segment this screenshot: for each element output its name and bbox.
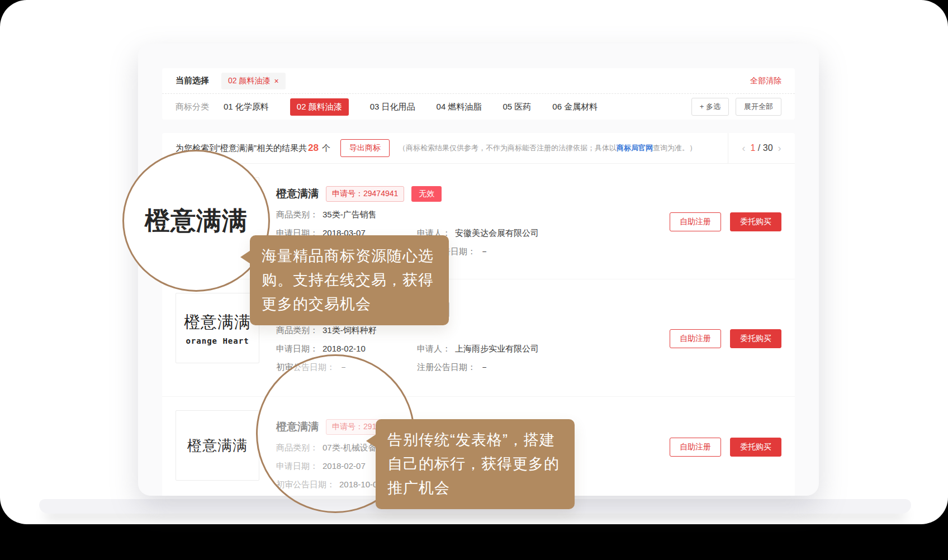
apply-date-label: 申请日期： (276, 344, 318, 354)
current-selection-label: 当前选择 (176, 75, 209, 86)
multi-select-button[interactable]: + 多选 (691, 98, 729, 116)
trademark-thumbnail-text: 橙意满满 (184, 311, 251, 334)
trademark-thumbnail[interactable]: 橙意满满 orange Heart (176, 293, 259, 363)
reg-date-label: 注册公告日期： (417, 362, 476, 373)
self-register-button[interactable]: 自助注册 (670, 438, 721, 457)
result-count-number: 28 (307, 143, 320, 153)
filter-card: 当前选择 02 颜料油漆 × 全部清除 商标分类 01 化学原料 02 颜料油漆… (162, 68, 795, 120)
next-page-icon[interactable]: › (778, 143, 781, 153)
category-row-label: 商标分类 (176, 102, 209, 112)
current-selection-row: 当前选择 02 颜料油漆 × 全部清除 (162, 68, 795, 94)
category-item-05[interactable]: 05 医药 (503, 102, 531, 112)
category-items: 01 化学原料 02 颜料油漆 03 日化用品 04 燃料油脂 05 医药 06… (224, 98, 598, 116)
applicant-value: 安徽美达会展有限公司 (455, 228, 539, 239)
status-badge: 无效 (411, 186, 442, 202)
trademark-name[interactable]: 橙意满满 (276, 187, 319, 201)
entrust-purchase-button[interactable]: 委托购买 (730, 438, 781, 457)
current-page: 1 (750, 143, 755, 153)
page-separator: / (758, 143, 760, 153)
clear-all-button[interactable]: 全部清除 (750, 76, 781, 86)
category-actions: + 多选 展开全部 (691, 98, 781, 116)
selected-filter-tag-text: 02 颜料油漆 (228, 76, 270, 86)
selected-filter-tag[interactable]: 02 颜料油漆 × (221, 73, 286, 89)
category-label: 商品类别： (276, 325, 318, 336)
category-item-03[interactable]: 03 日化用品 (370, 102, 415, 112)
category-item-06[interactable]: 06 金属材料 (552, 102, 598, 112)
export-trademarks-button[interactable]: 导出商标 (340, 139, 390, 157)
category-item-01[interactable]: 01 化学原料 (224, 102, 269, 112)
applicant-label: 申请人： (417, 344, 451, 354)
remove-filter-icon[interactable]: × (274, 77, 278, 86)
results-header: 为您检索到“橙意满满”相关的结果共28 个 导出商标 （商标检索结果仅供参考，不… (162, 133, 795, 164)
disclaimer-text: （商标检索结果仅供参考，不作为商标能否注册的法律依据；具体以商标局官网查询为准。… (399, 143, 728, 153)
row-actions: 自助注册 委托购买 (670, 410, 781, 496)
pagination: ‹ 1 / 30 › (728, 133, 795, 163)
entrust-purchase-button[interactable]: 委托购买 (730, 212, 781, 231)
applicant-value: 上海雨步实业有限公司 (455, 344, 539, 354)
magnified-trademark-text: 橙意满满 (145, 204, 248, 238)
promo-tooltip-trade: 海量精品商标资源随心选购。支持在线交易，获得更多的交易机会 (250, 235, 449, 325)
row-actions: 自助注册 委托购买 (670, 293, 781, 396)
category-item-02-active[interactable]: 02 颜料油漆 (290, 98, 349, 116)
category-row: 商标分类 01 化学原料 02 颜料油漆 03 日化用品 04 燃料油脂 05 … (162, 94, 795, 120)
trademark-thumbnail[interactable]: 橙意满满 (176, 410, 259, 481)
category-label: 商品类别： (276, 210, 318, 220)
row-actions: 自助注册 委托购买 (670, 177, 781, 279)
reg-date-value: － (480, 246, 489, 257)
self-register-button[interactable]: 自助注册 (670, 329, 721, 348)
category-value: 35类-广告销售 (323, 210, 377, 220)
application-number-tag: 申请号：29474941 (326, 186, 404, 202)
prev-page-icon[interactable]: ‹ (742, 143, 745, 153)
category-value: 31类-饲料种籽 (323, 325, 377, 336)
entrust-purchase-button[interactable]: 委托购买 (730, 329, 781, 348)
total-pages: 30 (763, 143, 773, 153)
trademark-office-link[interactable]: 商标局官网 (617, 144, 653, 152)
category-item-04[interactable]: 04 燃料油脂 (437, 102, 482, 112)
reg-date-value: － (480, 362, 489, 373)
self-register-button[interactable]: 自助注册 (670, 212, 721, 231)
promo-tooltip-promotion: 告别传统“发表格”，搭建自己的标行，获得更多的推广机会 (376, 419, 575, 509)
trademark-thumbnail-text: 橙意满满 (187, 436, 248, 455)
magnifier-circle: 橙意满满 (122, 150, 270, 292)
page: 当前选择 02 颜料油漆 × 全部清除 商标分类 01 化学原料 02 颜料油漆… (0, 0, 948, 560)
expand-all-button[interactable]: 展开全部 (736, 98, 781, 116)
apply-date-value: 2018-02-10 (323, 344, 366, 354)
trademark-thumbnail-subtext: orange Heart (186, 336, 249, 345)
